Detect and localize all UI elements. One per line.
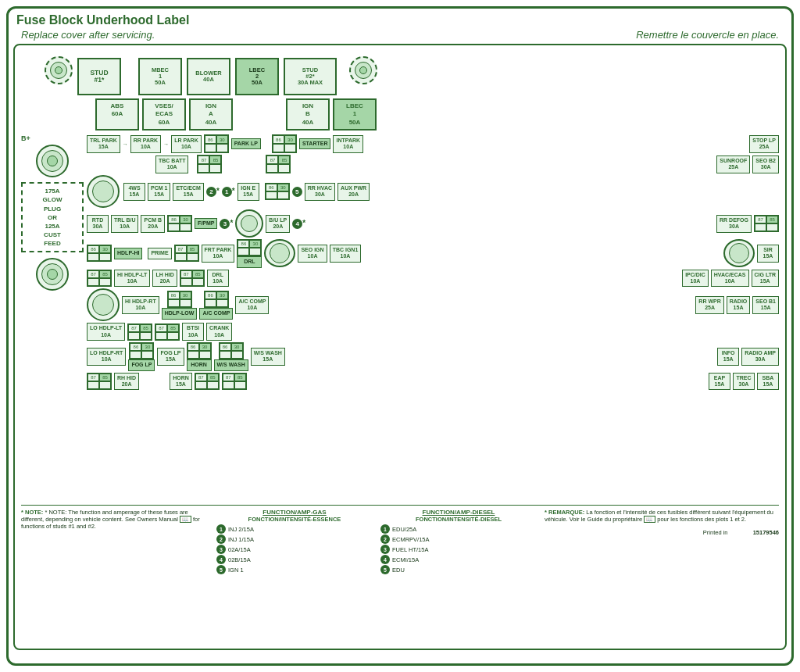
fuse-intpark: INTPARK10A bbox=[333, 135, 363, 153]
part-number: 15179546 bbox=[753, 529, 779, 536]
fuse-hi-hdlp-rt: HI HDLP-RT10A bbox=[122, 296, 159, 314]
relay-fog-lp-group: 86 30 FOG LP bbox=[128, 342, 155, 370]
center-circle-1 bbox=[235, 209, 263, 238]
glow-plug-fuse: 175A GLOW PLUG OR 125A CUST FEED bbox=[21, 182, 84, 252]
row-10: 87 85 RH HID20A HORN15A 87 bbox=[87, 373, 779, 391]
relay-hdlp-hi-2: 87 85 bbox=[87, 270, 112, 287]
fuse-ac-comp-10a: A/C COMP10A bbox=[235, 296, 269, 314]
row-2: TBC BATT10A 87 85 87 85 bbox=[87, 155, 779, 173]
fuse-seo-ign: SEO IGN10A bbox=[298, 245, 327, 263]
fuse-sunroof: SUNROOF25A bbox=[716, 155, 750, 173]
relay-horn-2: 87 85 bbox=[195, 373, 220, 390]
fuse-tbc-ign1: TBC IGN110A bbox=[330, 245, 362, 263]
fuse-tbc-batt: TBC BATT10A bbox=[155, 155, 188, 173]
func-diesel-heading: FUNCTION/AMP-DIESEL bbox=[380, 509, 537, 516]
fuse-crank: CRANK10A bbox=[206, 323, 232, 341]
fuse-cig-ltr: CIG LTR15A bbox=[752, 270, 779, 288]
outer-border: Fuse Block Underhood Label Replace cover… bbox=[6, 6, 794, 666]
relay-hdlp-low-2: 87 85 bbox=[127, 323, 152, 341]
relay-park-lp-1: 86 30 bbox=[204, 134, 229, 153]
diesel-item-5: 5EDU bbox=[380, 565, 537, 574]
fuse-etc-ecm: ETC/ECM15A bbox=[173, 183, 204, 201]
fuse-seo-b2: SEO B230A bbox=[752, 155, 779, 173]
fuse-seo-b1: SEO B115A bbox=[752, 296, 779, 314]
fuse-starter: STARTER bbox=[299, 138, 331, 149]
sir-circle bbox=[723, 239, 755, 267]
relay-ac-comp-group: 86 30 A/C COMP bbox=[199, 291, 233, 319]
row-1: TRL PARK15A → RR PARK10A → LR PARK10A 86… bbox=[87, 134, 779, 153]
fuse-vses: VSES/ ECAS 60A bbox=[142, 98, 186, 130]
fuse-ws-wash: W/S WASH15A bbox=[251, 348, 285, 366]
fuse-4ws: 4WS15A bbox=[123, 183, 145, 201]
gas-items-list: 1INJ 2/15A 2INJ 1/15A 302A/15A 402B/15A … bbox=[216, 524, 373, 574]
fuse-lo-hdlp-lt: LO HDLP-LT10A bbox=[87, 323, 125, 341]
fuse-lo-hdlp-rt: LO HDLP-RT10A bbox=[87, 348, 126, 366]
fuse-mbec1: MBEC 1 50A bbox=[138, 58, 182, 95]
b-plus-connector-2 bbox=[36, 258, 69, 291]
fuse-park-lp: PARK LP bbox=[231, 138, 261, 149]
diesel-item-1: 1EDU/25A bbox=[380, 524, 537, 534]
star-1: 1* bbox=[222, 187, 235, 197]
fuse-ipc-dic: IPC/DIC10A bbox=[682, 270, 709, 288]
printed-section: Printed in 15179546 bbox=[545, 529, 779, 536]
center-circle-2 bbox=[264, 239, 295, 267]
fuse-rr-defog: RR DEFOG30A bbox=[716, 215, 752, 233]
fuse-prime: PRIME bbox=[148, 248, 171, 259]
diesel-item-2: 2ECMRPV/15A bbox=[380, 534, 537, 544]
relay-starter-2: 87 85 bbox=[266, 155, 291, 173]
connector-right bbox=[349, 56, 377, 84]
fuse-pcm-b: PCM B20A bbox=[141, 215, 165, 233]
row-4: RTD30A TRL B/U10A PCM B20A 86 30 F/PMP 3… bbox=[87, 209, 779, 238]
relay-rh-hid-group: 87 85 bbox=[87, 373, 112, 390]
star-3: 3* bbox=[220, 219, 233, 229]
notes-section: * NOTE: * NOTE: The function and amperag… bbox=[21, 505, 779, 574]
fuse-bu-lp: B/U LP20A bbox=[266, 215, 290, 233]
relay-hdlp-hi-group: 86 30 bbox=[87, 245, 112, 262]
fuse-ign-a: IGN A 40A bbox=[189, 98, 233, 130]
fuse-sba: SBA15A bbox=[757, 373, 779, 391]
relay-park-lp-2: 87 85 bbox=[197, 155, 222, 173]
relay-drl-2: 87 85 bbox=[180, 270, 205, 287]
relay-ws-wash-2: 87 85 bbox=[222, 373, 247, 390]
row-9: LO HDLP-RT10A 86 30 FOG LP FOG LP15A bbox=[87, 342, 779, 370]
fuse-hdlp-hi: HDLP-HI bbox=[114, 248, 142, 259]
relay-hdlp-low-group: 86 30 HDLP-LOW bbox=[162, 291, 198, 319]
fuse-hvac-ecas: HVAC/ECAS10A bbox=[711, 270, 749, 288]
func-gas-heading: FUNCTION/AMP-GAS bbox=[216, 509, 373, 516]
row-6: 87 85 HI HDLP-LT10A LH HID20A 87 85 bbox=[87, 270, 779, 288]
inner-border: STUD #1* MBEC 1 50A B bbox=[13, 44, 787, 650]
relay-ws-wash-group: 86 30 W/S WASH bbox=[214, 342, 248, 370]
row-8: LO HDLP-LT10A 87 85 87 85 bbox=[87, 323, 779, 341]
fuse-stud2: STUD #2* 30A MAX bbox=[284, 58, 337, 95]
fuse-ign-e: IGN E15A bbox=[238, 183, 259, 201]
star-note-left: * NOTE: * NOTE: The function and amperag… bbox=[21, 509, 209, 574]
fuse-stud1: STUD #1* bbox=[77, 58, 121, 95]
fuse-sir: SIR15A bbox=[757, 245, 779, 263]
header-right: Remettre le couvercle en place. bbox=[636, 29, 779, 41]
fuse-trl-bu: TRL B/U10A bbox=[111, 215, 138, 233]
fuse-pcm1: PCM 115A bbox=[148, 183, 170, 201]
fuse-rtd: RTD30A bbox=[87, 215, 109, 233]
b-plus-label: B+ bbox=[21, 134, 84, 142]
fuse-blower: BLOWER 40A bbox=[187, 58, 230, 95]
fuse-4ws-circle bbox=[87, 175, 120, 208]
b-plus-connector bbox=[36, 145, 69, 177]
func-gas-section: FUNCTION/AMP-GAS FONCTION/INTENSITÉ-ESSE… bbox=[216, 509, 373, 574]
connector-left bbox=[45, 56, 73, 84]
diesel-item-4: 4ECMI/15A bbox=[380, 555, 537, 564]
fuse-lbec1: LBEC 1 50A bbox=[333, 98, 377, 130]
gas-item-1: 1INJ 2/15A bbox=[216, 524, 373, 534]
diesel-items-list: 1EDU/25A 2ECMRPV/15A 3FUEL HT/15A 4ECMI/… bbox=[380, 524, 537, 574]
relay-horn-group: 86 30 HORN bbox=[187, 342, 212, 370]
gas-item-3: 302A/15A bbox=[216, 545, 373, 554]
relay-5-group: 86 30 bbox=[265, 183, 290, 200]
hi-hdlp-rt-circle bbox=[87, 288, 120, 321]
diesel-item-3: 3FUEL HT/15A bbox=[380, 545, 537, 554]
relay-prime: 87 85 bbox=[174, 245, 199, 262]
page: Fuse Block Underhood Label Replace cover… bbox=[0, 0, 800, 672]
relay-fpmp-1: 86 30 bbox=[167, 215, 192, 232]
fuse-hi-hdlp-lt: HI HDLP-LT10A bbox=[114, 270, 150, 288]
star-4: 4* bbox=[292, 219, 305, 229]
gas-item-2: 2INJ 1/15A bbox=[216, 534, 373, 544]
relay-starter-1: 86 30 bbox=[272, 134, 297, 153]
